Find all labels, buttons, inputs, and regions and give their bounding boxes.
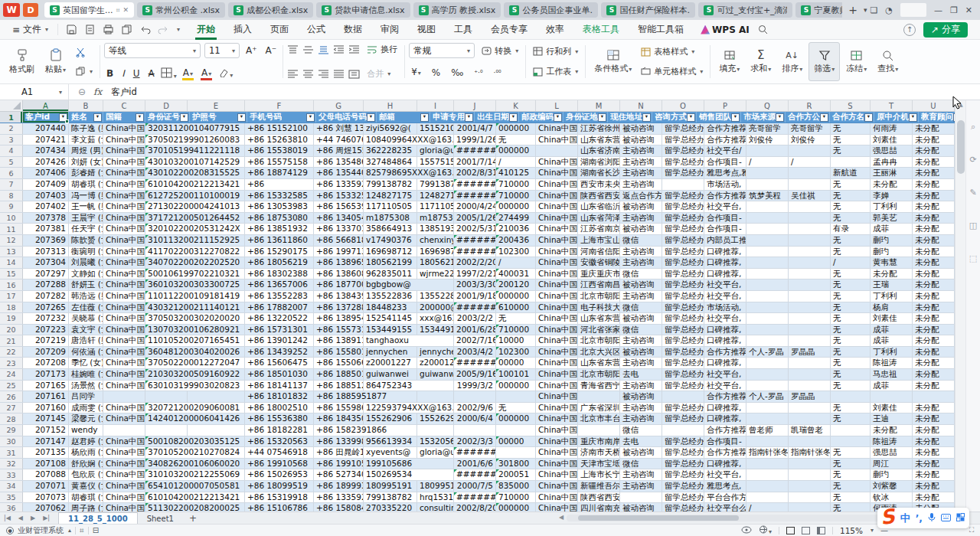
cell-A4[interactable]: 207434 — [23, 145, 69, 156]
cell-J23[interactable]: ######## — [454, 358, 496, 368]
cell-M5[interactable]: 湖南省浏阳 — [578, 157, 620, 168]
cell-M7[interactable]: 西安市未央 — [578, 179, 620, 190]
cell-M17[interactable]: 北京市朝阳 — [578, 291, 620, 302]
cell-O21[interactable]: 留学总经办 — [662, 335, 704, 346]
cell-C15[interactable]: China中国 — [103, 269, 145, 279]
cell-S2[interactable]: 无 — [831, 123, 871, 134]
menu-item-3[interactable]: 公式 — [298, 20, 335, 40]
cell-A18[interactable]: 207265 — [23, 302, 69, 313]
cell-F19[interactable]: +86 13220522 — [245, 313, 314, 324]
cell-S5[interactable] — [831, 157, 871, 168]
cell-O32[interactable]: 留学总经办 — [662, 459, 704, 469]
row-header-21[interactable]: 21 — [0, 335, 23, 346]
decrease-decimal-button[interactable]: ·⁰⁰ — [492, 66, 504, 80]
cell-A26[interactable]: 207161 — [23, 391, 69, 402]
cell-Q12[interactable] — [746, 235, 789, 246]
cell-S23[interactable]: 无 — [831, 358, 871, 368]
row-header-19[interactable]: 19 — [0, 313, 23, 324]
cell-B5[interactable]: 刘妍 (女) — [69, 157, 103, 168]
align-left-icon[interactable] — [287, 70, 299, 79]
cell-G11[interactable]: +86 1337014094 — [314, 224, 364, 234]
cell-T12[interactable]: 蒯玓 — [871, 235, 913, 246]
cell-O28[interactable]: 留学总经办 — [662, 413, 704, 424]
cell-A16[interactable]: 207288 — [23, 279, 69, 290]
cell-G27[interactable]: +86 1559868023 — [314, 403, 364, 413]
cell-H2[interactable]: ziyi5692@( — [364, 123, 417, 134]
cell-Q11[interactable] — [746, 224, 789, 234]
cell-J20[interactable]: 2001/6/28 — [454, 325, 496, 335]
cell-Q31[interactable]: 指南针张冬 — [746, 447, 789, 458]
select-all-corner[interactable] — [0, 100, 23, 111]
cell-M3[interactable]: 山东省东营 — [578, 135, 620, 145]
wps-logo[interactable]: W — [3, 3, 20, 17]
cell-G19[interactable]: +86 1389546825 — [314, 313, 364, 324]
filter-dropdown-icon[interactable]: ▾ — [180, 113, 188, 122]
underline-button[interactable]: U — [131, 67, 142, 80]
cell-S35[interactable]: 无 — [831, 492, 871, 503]
cell-K26[interactable] — [496, 391, 536, 402]
column-header-A[interactable]: A — [23, 100, 69, 111]
cell-A25[interactable]: 207165 — [23, 381, 69, 391]
align-center-icon[interactable] — [302, 70, 314, 79]
cell-N9[interactable]: 被动咨询 — [620, 201, 662, 212]
cell-U33[interactable]: 未分配 — [913, 469, 955, 480]
cell-N11[interactable]: 被动咨询 — [620, 224, 662, 234]
cell-U3[interactable]: 未分配 — [913, 135, 955, 145]
cell-G34[interactable]: +86 1899937166 — [314, 481, 364, 492]
cell-M36[interactable]: 四川省南充 — [578, 503, 620, 511]
cell-M32[interactable]: 天津市宝坻 — [578, 459, 620, 469]
rows-cols-button[interactable]: 行和列▾ — [530, 45, 581, 58]
cell-P36[interactable]: 社交平台么 — [704, 503, 746, 511]
cell-R30[interactable] — [789, 436, 831, 447]
filter-dropdown-icon[interactable]: ▾ — [642, 113, 651, 122]
cell-F14[interactable]: +86 18056219 — [245, 257, 314, 268]
column-header-I[interactable]: I — [417, 100, 454, 111]
cell-M28[interactable]: 北京市丰台 — [578, 413, 620, 424]
cell-P10[interactable]: 合作项目- — [704, 213, 746, 224]
cell-Q27[interactable] — [746, 403, 789, 413]
cell-P28[interactable]: 口碑推荐, — [704, 413, 746, 424]
new-tab-button[interactable]: + — [845, 4, 861, 16]
cell-R25[interactable] — [789, 381, 831, 391]
freeze-button[interactable]: 冻结▾ — [841, 42, 871, 81]
cell-S16[interactable]: 无 — [831, 279, 871, 290]
cell-N36[interactable]: 被动咨询 — [620, 503, 662, 511]
cell-N32[interactable]: 微信 — [620, 459, 662, 469]
cell-H19[interactable]: 152541145 — [364, 313, 417, 324]
cell-I18[interactable]: 200000@qq — [417, 302, 454, 313]
cell-P29[interactable]: 合作方推荐 — [704, 425, 746, 436]
cell-R14[interactable] — [789, 257, 831, 268]
cell-R3[interactable]: 刘俊伶 — [789, 135, 831, 145]
cell-F2[interactable]: +86 15152100 — [245, 123, 314, 134]
cell-O18[interactable]: 留学总经办 — [662, 302, 704, 313]
cell-H33[interactable]: 150269534 — [364, 469, 454, 480]
cell-C25[interactable]: China中国 — [103, 381, 145, 391]
cell-M12[interactable]: 上海市宝山 — [578, 235, 620, 246]
row-header-18[interactable]: 18 — [0, 302, 23, 313]
cell-H13[interactable]: 169698712 — [364, 247, 417, 257]
column-header-E[interactable]: E — [188, 100, 245, 111]
cell-O26[interactable] — [662, 391, 704, 402]
cell-U31[interactable]: 未分配 — [913, 447, 955, 458]
cell-R21[interactable] — [789, 335, 831, 346]
cell-T3[interactable]: 刘素佳 — [871, 135, 913, 145]
cell-R18[interactable] — [789, 302, 831, 313]
cell-D4[interactable]: 370105199411221118 — [145, 145, 245, 156]
cell-A12[interactable]: 207369 — [23, 235, 69, 246]
cell-R5[interactable]: / — [789, 157, 831, 168]
cell-U24[interactable]: 未分配 — [913, 369, 955, 380]
cell-T4[interactable]: 强思喆 — [871, 145, 913, 156]
cell-L4[interactable] — [536, 145, 578, 156]
cell-M25[interactable]: 青海省西宁 — [578, 381, 620, 391]
cell-B17[interactable]: 韩浩远 (男 — [69, 291, 103, 302]
cell-C2[interactable]: China中国 — [103, 123, 145, 134]
header-cell-Q1[interactable]: 合作方公▾ — [786, 112, 830, 123]
print-icon[interactable] — [103, 24, 114, 35]
cell-U32[interactable]: 未分配 — [913, 459, 955, 469]
cell-P6[interactable]: 雅思考点,雅 — [704, 168, 746, 178]
cell-R35[interactable] — [789, 492, 831, 503]
cell-M27[interactable]: 广东省深圳 — [578, 403, 620, 413]
cell-T25[interactable]: 成菲 — [871, 381, 913, 391]
document-tab-0[interactable]: S英国留学生...⌗✕ — [44, 2, 134, 18]
cell-F10[interactable]: +86 18753080 — [245, 213, 314, 224]
